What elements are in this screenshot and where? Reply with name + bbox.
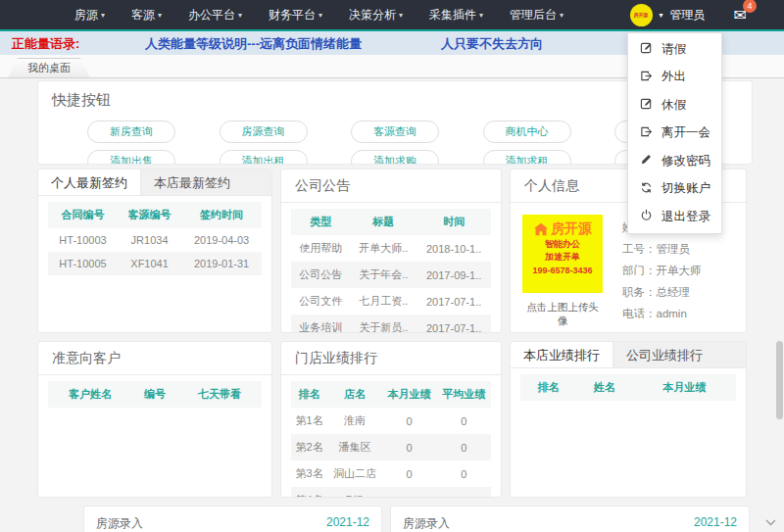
- nav-item-5[interactable]: 采集插件▾: [429, 7, 483, 24]
- store-ranking-table: 排名店名本月业绩平均业绩 第1名淮南00第2名潘集区00第3名洞山二店00第4名…: [291, 381, 491, 498]
- menu-item-1[interactable]: 外出: [628, 64, 721, 92]
- signout-icon: [640, 125, 653, 141]
- chevron-down-icon: ▾: [158, 11, 162, 20]
- panel-title: 公司公告: [281, 169, 501, 203]
- menu-item-0[interactable]: 请假: [628, 35, 721, 64]
- user-dropdown-menu: 请假外出休假离开一会修改密码切换账户退出登录: [627, 32, 722, 234]
- ad-brand: 房开源: [551, 220, 592, 238]
- quick-button[interactable]: 客源查询: [351, 121, 439, 143]
- tab-personal-contracts[interactable]: 个人最新签约: [38, 169, 141, 195]
- prospects-table: 客户姓名编号七天带看: [48, 381, 262, 408]
- staff-ranking-panel: 本店业绩排行 公司业绩排行 排名姓名本月业绩: [510, 341, 747, 498]
- table-row[interactable]: 业务培训关于新员..2017-07-1..: [291, 314, 491, 333]
- latest-contracts-panel: 个人最新签约 本店最新签约 合同编号客源编号签约时间 HT-10003JR103…: [37, 169, 272, 333]
- table-row[interactable]: HT-10003JR10342019-04-03: [48, 228, 262, 252]
- nav-item-1[interactable]: 客源▾: [131, 7, 162, 24]
- table-row[interactable]: 第4名B组00: [291, 487, 491, 498]
- field-label: 部门：: [622, 265, 657, 276]
- nav-item-0[interactable]: 房源▾: [74, 7, 105, 24]
- table-row[interactable]: HT-10005XF10412019-01-31: [48, 252, 262, 275]
- pencil-icon: [640, 153, 653, 169]
- avatar[interactable]: 房开源: [630, 4, 653, 26]
- quick-button[interactable]: 添加求购: [351, 150, 439, 165]
- chevron-down-icon: ▾: [560, 11, 564, 20]
- notification-badge: 4: [743, 0, 757, 13]
- quote-text-2: 人只要不失去方向: [441, 35, 543, 53]
- quick-button[interactable]: 商机中心: [483, 121, 571, 143]
- column-header: 类型: [291, 209, 350, 235]
- notifications-button[interactable]: ✉ 4: [734, 6, 747, 24]
- quick-button[interactable]: 房源查询: [220, 121, 308, 143]
- edit-icon: [640, 41, 653, 57]
- column-header: 标题: [350, 209, 416, 235]
- nav-item-6[interactable]: 管理后台▾: [510, 7, 564, 24]
- column-header: 七天带看: [177, 381, 262, 408]
- vertical-scrollbar[interactable]: [776, 341, 783, 419]
- column-header: 平均业绩: [436, 381, 491, 408]
- ranking-tabs: 本店业绩排行 公司业绩排行: [511, 342, 746, 368]
- avatar-text: 房开源: [634, 12, 649, 18]
- menu-item-5[interactable]: 切换账户: [628, 175, 721, 204]
- quote-label: 正能量语录:: [12, 35, 79, 53]
- announcements-table: 类型标题时间 使用帮助开单大师..2018-10-1..公司公告关于年会..20…: [291, 209, 491, 333]
- signout-icon: [640, 70, 653, 85]
- table-row[interactable]: 公司公告关于年会..2017-09-1..: [291, 262, 491, 288]
- chevron-down-icon: ▾: [238, 11, 242, 20]
- listing-entry-panel-right: 房源录入 2021-12: [390, 506, 750, 532]
- tab-store-ranking[interactable]: 本店业绩排行: [511, 342, 613, 367]
- nav-item-2[interactable]: 办公平台▾: [188, 7, 242, 24]
- chevron-down-icon: ▾: [399, 11, 403, 20]
- column-header: 客户姓名: [48, 381, 132, 408]
- listing-entry-panel-left: 房源录入 2021-12: [83, 506, 382, 532]
- current-user-name[interactable]: 管理员: [670, 7, 706, 24]
- column-header: 本月业绩: [632, 374, 736, 401]
- menu-item-4[interactable]: 修改密码: [628, 147, 721, 175]
- menu-item-3[interactable]: 离开一会: [628, 120, 721, 148]
- table-row[interactable]: 第2名潘集区00: [291, 434, 491, 460]
- menu-item-6[interactable]: 退出登录: [628, 203, 721, 231]
- quick-button[interactable]: 添加求租: [483, 150, 571, 165]
- column-header: 排名: [291, 381, 327, 408]
- quick-button[interactable]: 添加出售: [87, 150, 175, 165]
- app-window: 房源▾客源▾办公平台▾财务平台▾决策分析▾采集插件▾管理后台▾ 房开源 ▾ 管理…: [0, 0, 784, 532]
- table-row[interactable]: 第1名淮南00: [291, 408, 491, 434]
- refresh-icon: [640, 181, 653, 197]
- column-header: 排名: [520, 374, 576, 401]
- house-icon: [533, 222, 549, 236]
- tab-my-desktop[interactable]: 我的桌面: [8, 58, 90, 78]
- field-value: 开单大师: [657, 265, 702, 276]
- top-navbar: 房源▾客源▾办公平台▾财务平台▾决策分析▾采集插件▾管理后台▾ 房开源 ▾ 管理…: [0, 0, 784, 29]
- profile-avatar-image[interactable]: 房开源 智能办公 加速开单 199-6578-3436: [522, 215, 603, 293]
- field-label: 电话：: [622, 308, 657, 319]
- quick-button[interactable]: 新房查询: [87, 121, 175, 143]
- chevron-down-icon: ▾: [318, 11, 322, 20]
- menu-item-2[interactable]: 休假: [628, 91, 721, 120]
- quick-button[interactable]: 添加出租: [220, 150, 308, 165]
- column-header: 合同编号: [48, 202, 118, 228]
- ad-line-2: 加速开单: [522, 251, 603, 264]
- ad-phone: 199-6578-3436: [522, 266, 603, 275]
- period-selector[interactable]: 2021-12: [694, 515, 737, 532]
- table-row[interactable]: 公司文件七月工资..2017-07-1..: [291, 288, 491, 314]
- profile-field: 电话：admin: [622, 303, 702, 324]
- chevron-down-icon: ▾: [101, 11, 105, 20]
- announcements-panel: 公司公告 类型标题时间 使用帮助开单大师..2018-10-1..公司公告关于年…: [280, 169, 502, 333]
- edit-icon: [640, 97, 653, 113]
- upload-avatar-hint[interactable]: 点击上图上传头像: [522, 301, 603, 328]
- column-header: 本月业绩: [382, 381, 437, 408]
- field-label: 职务：: [622, 286, 657, 298]
- table-row[interactable]: 第3名洞山二店00: [291, 460, 491, 487]
- nav-item-3[interactable]: 财务平台▾: [269, 7, 322, 24]
- main-menu: 房源▾客源▾办公平台▾财务平台▾决策分析▾采集插件▾管理后台▾: [0, 7, 564, 24]
- tab-company-ranking[interactable]: 公司业绩排行: [613, 342, 715, 367]
- table-row[interactable]: 使用帮助开单大师..2018-10-1..: [291, 235, 491, 262]
- panel-title: 房源录入: [403, 515, 450, 532]
- period-selector[interactable]: 2021-12: [326, 515, 369, 532]
- scroll-down-icon[interactable]: [765, 512, 776, 530]
- chevron-down-icon: ▾: [479, 11, 483, 20]
- tab-store-contracts[interactable]: 本店最新签约: [141, 169, 243, 195]
- store-ranking-panel: 门店业绩排行 排名店名本月业绩平均业绩 第1名淮南00第2名潘集区00第3名洞山…: [280, 341, 502, 498]
- power-icon: [640, 209, 653, 224]
- column-header: 客源编号: [118, 202, 181, 228]
- nav-item-4[interactable]: 决策分析▾: [349, 7, 403, 24]
